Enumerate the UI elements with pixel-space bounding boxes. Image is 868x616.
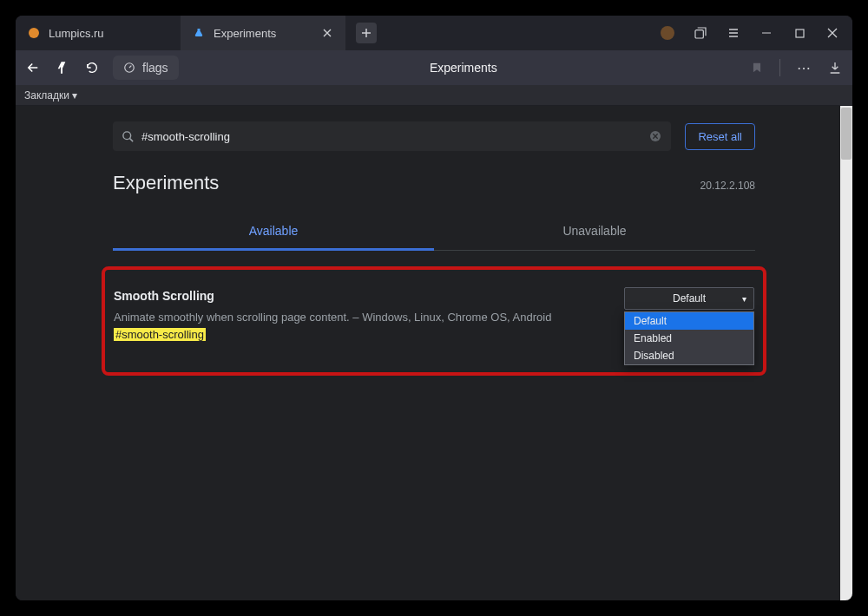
experiment-title: Smooth Scrolling [114,287,607,305]
svg-point-5 [123,131,131,139]
bookmarks-label[interactable]: Закладки ▾ [24,89,77,102]
new-tab-button[interactable] [356,23,377,43]
site-info-icon[interactable] [123,62,135,74]
svg-rect-2 [695,30,703,38]
tab-title: Experiments [214,27,312,40]
tab-unavailable[interactable]: Unavailable [434,213,755,250]
bookmarks-bar[interactable]: Закладки ▾ [16,85,852,106]
browser-window: Lumpics.ru Experiments [16,16,852,600]
collections-icon[interactable] [693,25,708,41]
tab-experiments[interactable]: Experiments [181,16,345,50]
reload-button[interactable] [83,59,101,76]
select-dropdown: Default Enabled Disabled [624,311,754,365]
scrollbar-thumb[interactable] [841,108,852,160]
svg-rect-3 [796,29,804,37]
svg-point-0 [29,28,39,38]
yandex-home-icon[interactable] [54,59,71,76]
address-text: flags [142,61,168,75]
address-bar[interactable]: flags [113,56,179,80]
version-label: 20.12.2.108 [700,180,755,192]
search-input[interactable] [141,130,641,143]
experiment-tabs: Available Unavailable [113,213,755,251]
reset-all-button[interactable]: Reset all [685,123,755,150]
page-viewport: Reset all Experiments 20.12.2.108 Availa… [16,106,852,600]
page-title: Experiments [191,61,736,75]
favicon-lumpics [28,27,40,39]
flask-icon [193,27,205,39]
tab-available[interactable]: Available [113,213,434,250]
close-icon[interactable] [321,27,333,39]
select-option[interactable]: Enabled [625,330,753,347]
page-heading: Experiments [113,172,219,194]
experiment-hash: #smooth-scrolling [114,328,206,341]
search-box[interactable] [113,121,671,151]
profile-avatar[interactable] [660,25,675,41]
toolbar: flags Experiments ⋯ [16,50,852,85]
menu-icon[interactable] [726,25,741,41]
chevron-down-icon: ▾ [742,294,746,304]
clear-icon[interactable] [648,129,662,143]
select-value: Default [673,292,706,305]
tab-lumpics[interactable]: Lumpics.ru [16,16,181,50]
select-option[interactable]: Disabled [625,347,753,364]
select-option[interactable]: Default [625,312,753,330]
download-icon[interactable] [826,59,844,76]
more-icon[interactable]: ⋯ [795,59,812,76]
experiment-card-highlight: Smooth Scrolling Animate smoothly when s… [102,266,766,376]
window-close-button[interactable] [825,25,840,41]
minimize-button[interactable] [759,25,774,41]
titlebar: Lumpics.ru Experiments [16,16,852,50]
separator [779,59,781,76]
experiment-select[interactable]: Default ▾ [624,287,754,310]
bookmark-icon[interactable] [748,59,766,76]
maximize-button[interactable] [792,25,807,41]
tab-title: Lumpics.ru [49,27,168,40]
experiment-description: Animate smoothly when scrolling page con… [114,311,551,324]
back-button[interactable] [24,59,42,76]
search-icon [122,130,135,143]
svg-point-1 [661,26,674,40]
vertical-scrollbar[interactable] [840,106,852,600]
